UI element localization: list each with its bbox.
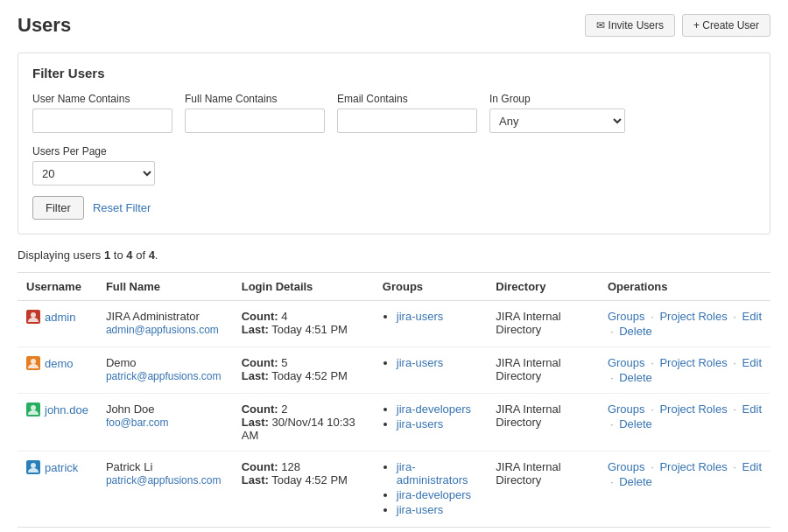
group-link[interactable]: jira-users	[397, 310, 443, 323]
page-title: Users	[18, 14, 71, 37]
username-link[interactable]: demo	[45, 357, 74, 370]
group-link[interactable]: jira-users	[397, 356, 443, 369]
operations-cell: Groups · Project Roles · Edit · Delete	[599, 394, 770, 452]
directory-cell: JIRA Internal Directory	[487, 394, 599, 452]
display-text-post: .	[155, 248, 158, 262]
group-link[interactable]: jira-developers	[397, 488, 471, 501]
email-link[interactable]: patrick@appfusions.com	[106, 474, 222, 486]
delete-op-link[interactable]: Delete	[619, 475, 652, 488]
col-header-operations: Operations	[599, 273, 770, 301]
col-header-login: Login Details	[233, 273, 374, 301]
table-row: admin JIRA Administrator admin@appfusion…	[18, 301, 770, 347]
list-item: jira-developers	[397, 488, 478, 501]
edit-op-link[interactable]: Edit	[742, 310, 762, 323]
ops-line-2: · Delete	[608, 325, 762, 338]
display-text-mid2: of	[133, 248, 149, 262]
email-input[interactable]	[337, 108, 477, 133]
fullname-cell: Demo patrick@appfusions.com	[97, 347, 233, 394]
group-link[interactable]: jira-developers	[397, 402, 471, 416]
project-roles-op-link[interactable]: Project Roles	[659, 460, 727, 473]
perpage-label: Users Per Page	[32, 145, 155, 158]
login-count: Count: 128	[242, 460, 365, 473]
login-last: Last: 30/Nov/14 10:33 AM	[242, 416, 365, 442]
group-link[interactable]: jira-users	[397, 503, 443, 516]
login-details-cell: Count: 128 Last: Today 4:52 PM	[233, 452, 374, 528]
fullname-text: Patrick Li	[106, 460, 224, 473]
username-cell: patrick	[18, 452, 97, 528]
group-filter-field: In Group Any	[489, 93, 625, 133]
display-text-mid1: to	[110, 248, 126, 262]
fullname-filter-field: Full Name Contains	[185, 93, 325, 133]
group-link[interactable]: jira-administrators	[397, 460, 468, 486]
email-link[interactable]: patrick@appfusions.com	[106, 370, 222, 382]
svg-point-3	[31, 463, 36, 468]
email-link[interactable]: admin@appfusions.com	[106, 324, 219, 336]
fullname-input[interactable]	[185, 108, 325, 133]
project-roles-op-link[interactable]: Project Roles	[659, 356, 727, 369]
directory-cell: JIRA Internal Directory	[487, 452, 599, 528]
login-count: Count: 2	[242, 402, 365, 416]
users-table: Username Full Name Login Details Groups …	[18, 272, 770, 528]
op-sep-2: ·	[733, 356, 736, 369]
list-item: jira-administrators	[397, 460, 478, 486]
username-label: User Name Contains	[32, 93, 172, 105]
op-sep-3: ·	[610, 417, 614, 430]
ops-line-2: · Delete	[608, 371, 762, 384]
ops-line-2: · Delete	[608, 475, 762, 488]
groups-op-link[interactable]: Groups	[608, 402, 645, 416]
login-details-cell: Count: 5 Last: Today 4:52 PM	[233, 347, 374, 394]
email-link[interactable]: foo@bar.com	[106, 416, 169, 429]
username-link[interactable]: patrick	[45, 461, 78, 474]
svg-point-0	[31, 312, 36, 318]
email-filter-field: Email Contains	[337, 93, 477, 133]
fullname-text: John Doe	[106, 402, 224, 416]
create-user-button[interactable]: + Create User	[682, 14, 770, 37]
username-cell: demo	[18, 347, 97, 394]
op-sep-3: ·	[610, 371, 614, 384]
user-avatar	[26, 460, 40, 474]
project-roles-op-link[interactable]: Project Roles	[659, 310, 727, 323]
invite-users-button[interactable]: ✉ Invite Users	[585, 14, 675, 37]
group-link[interactable]: jira-users	[397, 417, 443, 430]
username-link[interactable]: john.doe	[45, 403, 88, 416]
list-item: jira-developers	[397, 402, 478, 416]
groups-op-link[interactable]: Groups	[608, 460, 645, 473]
op-sep-1: ·	[651, 460, 654, 473]
table-row: demo Demo patrick@appfusions.com Count: …	[18, 347, 770, 394]
table-header-row: Username Full Name Login Details Groups …	[18, 273, 770, 301]
username-cell: admin	[18, 301, 97, 347]
username-input[interactable]	[32, 108, 172, 133]
col-header-username: Username	[18, 273, 97, 301]
table-row: john.doe John Doe foo@bar.com Count: 2 L…	[18, 394, 770, 452]
reset-filter-link[interactable]: Reset Filter	[93, 201, 151, 214]
user-avatar	[26, 310, 40, 324]
delete-op-link[interactable]: Delete	[619, 371, 652, 384]
perpage-select[interactable]: 20 50 100	[32, 161, 155, 186]
username-link[interactable]: admin	[45, 311, 75, 324]
svg-point-2	[31, 405, 36, 410]
filter-section: Filter Users User Name Contains Full Nam…	[18, 52, 770, 234]
directory-text: JIRA Internal Directory	[496, 356, 560, 382]
directory-text: JIRA Internal Directory	[496, 402, 560, 429]
delete-op-link[interactable]: Delete	[619, 325, 652, 338]
groups-op-link[interactable]: Groups	[608, 356, 645, 369]
header-actions: ✉ Invite Users + Create User	[585, 14, 770, 37]
table-row: patrick Patrick Li patrick@appfusions.co…	[18, 452, 770, 528]
groups-op-link[interactable]: Groups	[608, 310, 645, 323]
project-roles-op-link[interactable]: Project Roles	[659, 402, 727, 416]
edit-op-link[interactable]: Edit	[742, 460, 762, 473]
ops-line-1: Groups · Project Roles · Edit	[608, 356, 762, 369]
display-text-pre: Displaying users	[18, 248, 104, 262]
filter-row: User Name Contains Full Name Contains Em…	[32, 93, 756, 186]
fullname-label: Full Name Contains	[185, 93, 325, 105]
directory-text: JIRA Internal Directory	[496, 310, 560, 336]
fullname-text: Demo	[106, 356, 224, 369]
groups-cell: jira-users	[374, 347, 487, 394]
filter-button[interactable]: Filter	[32, 196, 84, 220]
delete-op-link[interactable]: Delete	[619, 417, 652, 430]
username-cell: john.doe	[18, 394, 97, 452]
login-count: Count: 5	[242, 356, 365, 369]
edit-op-link[interactable]: Edit	[742, 356, 762, 369]
edit-op-link[interactable]: Edit	[742, 402, 762, 416]
group-select[interactable]: Any	[489, 108, 625, 133]
